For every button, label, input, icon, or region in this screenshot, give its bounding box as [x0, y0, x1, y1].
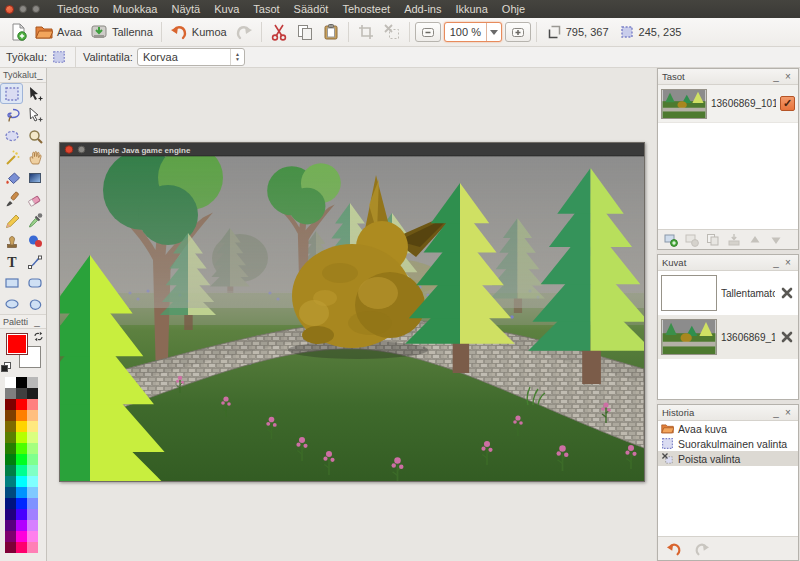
- spinner-arrows-icon[interactable]: ▲▼: [230, 49, 244, 65]
- history-item[interactable]: Suorakulmainen valinta: [658, 436, 798, 451]
- palette-swatch[interactable]: [27, 399, 38, 410]
- palette-swatch[interactable]: [5, 377, 16, 388]
- palette-swatch[interactable]: [5, 443, 16, 454]
- duplicate-layer-button[interactable]: [702, 231, 723, 248]
- move-layer-down-button[interactable]: [765, 231, 786, 248]
- palette-swatch[interactable]: [16, 520, 27, 531]
- palette-swatch[interactable]: [27, 520, 38, 531]
- window-maximize-icon[interactable]: [32, 5, 40, 13]
- palette-swatch[interactable]: [5, 498, 16, 509]
- palette-swatch[interactable]: [16, 443, 27, 454]
- close-panel-button[interactable]: ×: [782, 406, 794, 420]
- menu-saadot[interactable]: Säädöt: [287, 0, 336, 18]
- redo-button[interactable]: [231, 21, 257, 43]
- tool-move-selection[interactable]: [23, 104, 46, 125]
- palette-swatch[interactable]: [27, 542, 38, 553]
- window-minimize-icon[interactable]: [19, 5, 27, 13]
- palette-swatch[interactable]: [5, 421, 16, 432]
- palette-swatch[interactable]: [27, 476, 38, 487]
- tool-ellipse-select[interactable]: [0, 125, 23, 146]
- palette-swatch[interactable]: [5, 531, 16, 542]
- palette-swatch[interactable]: [27, 377, 38, 388]
- minimize-panel-button[interactable]: _: [770, 70, 782, 84]
- palette-swatch[interactable]: [5, 542, 16, 553]
- palette-swatch[interactable]: [5, 388, 16, 399]
- palette-swatch[interactable]: [5, 432, 16, 443]
- close-image-button[interactable]: [779, 285, 795, 301]
- palette-swatch[interactable]: [16, 542, 27, 553]
- palette-swatch[interactable]: [27, 465, 38, 476]
- palette-swatch[interactable]: [16, 432, 27, 443]
- palette-swatch[interactable]: [16, 410, 27, 421]
- menu-tehosteet[interactable]: Tehosteet: [335, 0, 397, 18]
- tool-paint-bucket[interactable]: [0, 167, 23, 188]
- canvas-area[interactable]: Simple Java game engine: [47, 68, 656, 561]
- close-panel-button[interactable]: ×: [782, 256, 794, 270]
- window-close-icon[interactable]: [5, 5, 14, 14]
- palette-swatch[interactable]: [16, 399, 27, 410]
- tool-move-selected-pixels[interactable]: [23, 83, 46, 104]
- undo-button[interactable]: Kumoa: [166, 21, 231, 43]
- tool-pencil[interactable]: [0, 209, 23, 230]
- merge-layer-down-button[interactable]: [723, 231, 744, 248]
- tool-paintbrush[interactable]: [0, 188, 23, 209]
- tool-pan[interactable]: [23, 146, 46, 167]
- image-row[interactable]: 13606869_1015…: [658, 315, 798, 359]
- minimize-panel-button[interactable]: _: [770, 406, 782, 420]
- open-button[interactable]: Avaa: [31, 21, 86, 43]
- tool-recolor[interactable]: [23, 230, 46, 251]
- crop-to-selection-button[interactable]: [353, 21, 379, 43]
- palette-swatch[interactable]: [5, 487, 16, 498]
- tool-clone-stamp[interactable]: [0, 230, 23, 251]
- palette-swatch[interactable]: [16, 476, 27, 487]
- paste-button[interactable]: [318, 21, 344, 43]
- palette-swatch[interactable]: [27, 454, 38, 465]
- image-row[interactable]: Tallentamaton k…: [658, 271, 798, 315]
- menu-ikkuna[interactable]: Ikkuna: [448, 0, 494, 18]
- palette-swatch[interactable]: [27, 509, 38, 520]
- tool-magic-wand[interactable]: [0, 146, 23, 167]
- tool-rectangle[interactable]: [0, 272, 23, 293]
- minimize-panel-button[interactable]: _: [31, 315, 43, 329]
- close-image-button[interactable]: [779, 329, 795, 345]
- zoom-in-button[interactable]: [505, 22, 531, 42]
- add-layer-button[interactable]: [660, 231, 681, 248]
- palette-swatch[interactable]: [16, 465, 27, 476]
- tool-gradient[interactable]: [23, 167, 46, 188]
- swap-colors-icon[interactable]: [33, 331, 44, 342]
- palette-swatch[interactable]: [5, 509, 16, 520]
- palette-swatch[interactable]: [27, 531, 38, 542]
- palette-swatch[interactable]: [16, 377, 27, 388]
- history-item[interactable]: Poista valinta: [658, 451, 798, 466]
- palette-swatch[interactable]: [16, 388, 27, 399]
- menu-muokkaa[interactable]: Muokkaa: [106, 0, 165, 18]
- palette-swatch[interactable]: [16, 498, 27, 509]
- palette-swatch[interactable]: [27, 410, 38, 421]
- move-layer-up-button[interactable]: [744, 231, 765, 248]
- palette-swatch[interactable]: [16, 421, 27, 432]
- menu-kuva[interactable]: Kuva: [207, 0, 246, 18]
- minimize-panel-button[interactable]: _: [37, 68, 43, 82]
- palette-swatch[interactable]: [27, 487, 38, 498]
- primary-color-swatch[interactable]: [6, 333, 28, 355]
- delete-layer-button[interactable]: [681, 231, 702, 248]
- new-image-button[interactable]: [5, 21, 31, 43]
- deselect-button[interactable]: [379, 21, 405, 43]
- copy-button[interactable]: [292, 21, 318, 43]
- tool-eraser[interactable]: [23, 188, 46, 209]
- palette-swatch[interactable]: [16, 531, 27, 542]
- tool-rectangle-select[interactable]: [0, 83, 23, 104]
- save-button[interactable]: Tallenna: [86, 21, 157, 43]
- selection-mode-combobox[interactable]: Korvaa ▲▼: [137, 48, 245, 66]
- history-redo-button[interactable]: [694, 541, 710, 557]
- menu-tiedosto[interactable]: Tiedosto: [50, 0, 106, 18]
- palette-swatch[interactable]: [27, 388, 38, 399]
- tool-ellipse[interactable]: [0, 293, 23, 314]
- tool-line-curve[interactable]: [23, 251, 46, 272]
- palette-swatch[interactable]: [5, 454, 16, 465]
- menu-tasot[interactable]: Tasot: [246, 0, 286, 18]
- palette-swatch[interactable]: [5, 476, 16, 487]
- history-item[interactable]: Avaa kuva: [658, 421, 798, 436]
- layer-row[interactable]: 13606869_1015… ✓: [658, 85, 798, 123]
- palette-swatch[interactable]: [16, 487, 27, 498]
